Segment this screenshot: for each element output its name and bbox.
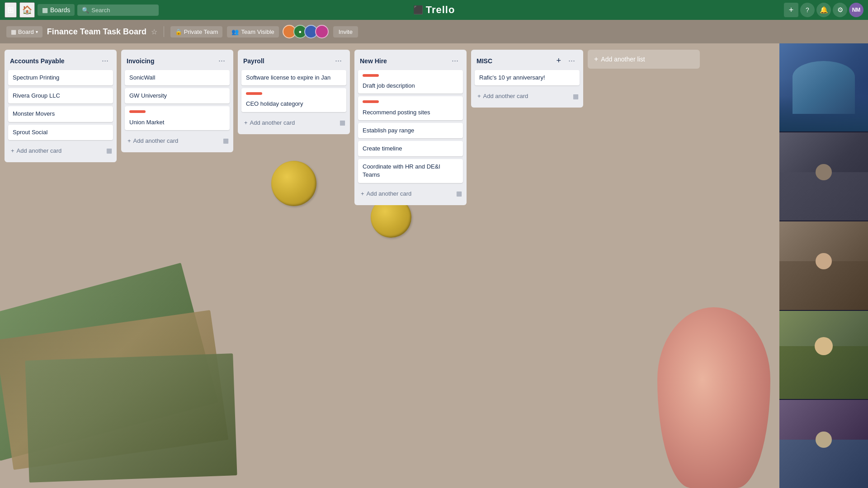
plus-icon: + [11,147,14,154]
list-title-accounts-payable: Accounts Payable [10,57,99,65]
chevron-down-icon: ▾ [36,29,38,34]
video-tile-4 [779,311,868,399]
add-list-label: Add another list [601,56,645,63]
list-menu-button-new-hire[interactable]: ··· [449,55,461,66]
list-payroll: Payroll ··· Software license to expire i… [238,50,350,134]
header-divider [164,26,164,37]
list-menu-button-misc[interactable]: ··· [566,55,578,66]
add-card-button-payroll[interactable]: + Add another card [242,117,340,129]
list-header-invoicing: Invoicing ··· [125,53,230,70]
lock-icon: 🔒 [175,28,182,35]
board-icon: ▦ [11,28,16,35]
list-title-new-hire: New Hire [360,57,449,65]
user-avatar[interactable]: NM [849,3,863,17]
avatar-4[interactable] [315,25,329,38]
add-card-label: Add another card [133,137,179,144]
notifications-button[interactable]: 🔔 [816,3,831,17]
private-team-button[interactable]: 🔒 Private Team [170,26,222,38]
card-create-timeline[interactable]: Create timeline [358,141,463,156]
card-text: Union Market [129,118,225,127]
video-tile-5 [779,400,868,488]
board-nav-button[interactable]: ▦ Board ▾ [6,26,42,38]
card-text: Software license to expire in Jan [246,74,342,82]
archive-icon-payroll[interactable]: ▦ [340,119,345,126]
list-title-misc: MISC [476,57,553,65]
video-content-5 [779,400,868,488]
home-icon[interactable]: 🏠 [19,2,35,18]
topbar-right: + ? 🔔 ⚙ NM [784,3,863,17]
list-menu-button-payroll[interactable]: ··· [332,55,344,66]
list-misc: MISC + ··· Rafic's 10 yr anniversary! + … [471,50,583,108]
board-title[interactable]: Finance Team Task Board [47,27,146,37]
video-tile-1 [779,43,868,131]
card-sprout-social[interactable]: Sprout Social [8,125,113,140]
archive-icon-accounts-payable[interactable]: ▦ [106,147,112,154]
card-rivera-group[interactable]: Rivera Group LLC [8,88,113,103]
card-text: Sprout Social [13,128,108,136]
archive-icon-new-hire[interactable]: ▦ [456,190,462,197]
card-union-market[interactable]: Union Market [125,106,230,130]
list-new-hire: New Hire ··· Draft job description Recom… [354,50,467,205]
boards-button[interactable]: ▦ Boards [38,4,75,16]
card-gw-university[interactable]: GW University [125,88,230,103]
card-text: Establish pay range [363,127,458,135]
card-software-license[interactable]: Software license to expire in Jan [241,70,346,85]
plus-icon: + [594,55,598,63]
plus-icon: + [361,190,364,197]
card-recommend-posting[interactable]: Recommend posting sites [358,96,463,120]
lists-wrapper: Accounts Payable ··· Spectrum Printing R… [0,43,778,488]
card-rafic-anniversary[interactable]: Rafic's 10 yr anniversary! [475,70,580,85]
list-header-misc: MISC + ··· [475,53,580,70]
star-button[interactable]: ☆ [151,28,157,36]
trello-logo: ⬛ Trello [413,4,455,16]
card-text: Create timeline [363,145,458,153]
card-draft-job-description[interactable]: Draft job description [358,70,463,94]
list-menu-button-invoicing[interactable]: ··· [216,55,228,66]
settings-button[interactable]: ⚙ [833,3,847,17]
trello-wordmark: Trello [426,4,455,16]
add-card-label: Add another card [483,93,528,99]
add-card-label: Add another card [250,119,295,126]
add-card-label: Add another card [367,190,412,197]
add-card-button-misc[interactable]: + Add another card [476,90,573,102]
video-content-1 [779,43,868,131]
list-title-payroll: Payroll [243,57,332,65]
member-avatars: ● [285,25,329,38]
plus-icon: + [127,137,131,144]
card-label-red [246,92,262,95]
team-label: Team Visible [241,28,274,35]
add-card-button-invoicing[interactable]: + Add another card [126,135,223,147]
video-content-4 [779,311,868,399]
video-content-2 [779,132,868,221]
search-box[interactable]: 🔍 Search [77,5,159,16]
card-monster-movers[interactable]: Monster Movers [8,106,113,122]
card-text: Coordinate with HR and DE&I Teams [363,163,458,179]
add-card-button-accounts-payable[interactable]: + Add another card [9,145,106,157]
plus-icon: + [244,119,248,126]
card-ceo-holiday[interactable]: CEO holiday category [241,88,346,112]
archive-icon-misc[interactable]: ▦ [573,93,579,100]
card-spectrum-printing[interactable]: Spectrum Printing [8,70,113,85]
boards-label: Boards [50,6,70,14]
list-menu-button-accounts-payable[interactable]: ··· [99,55,111,66]
card-text: Rivera Group LLC [13,92,108,100]
card-establish-pay-range[interactable]: Establish pay range [358,123,463,138]
misc-add-button[interactable]: + [553,55,564,66]
card-label-red [363,100,379,103]
card-coordinate-hr[interactable]: Coordinate with HR and DE&I Teams [358,159,463,183]
card-text: Draft job description [363,82,458,90]
apps-icon[interactable]: ⊞ [5,2,17,18]
add-button[interactable]: + [784,3,798,17]
private-label: Private Team [184,28,218,35]
video-content-3 [779,221,868,310]
info-button[interactable]: ? [800,3,815,17]
add-list-button[interactable]: + Add another list [588,50,700,69]
topbar: ⊞ 🏠 ▦ Boards 🔍 Search ⬛ Trello + ? 🔔 ⚙ N… [0,0,868,20]
archive-icon-invoicing[interactable]: ▦ [223,137,229,144]
card-text: Rafic's 10 yr anniversary! [479,74,575,82]
video-tile-3 [779,221,868,310]
card-sonicwall[interactable]: SonicWall [125,70,230,85]
add-card-button-new-hire[interactable]: + Add another card [359,188,456,200]
invite-button[interactable]: Invite [333,26,358,38]
team-visible-button[interactable]: 👥 Team Visible [227,26,278,38]
